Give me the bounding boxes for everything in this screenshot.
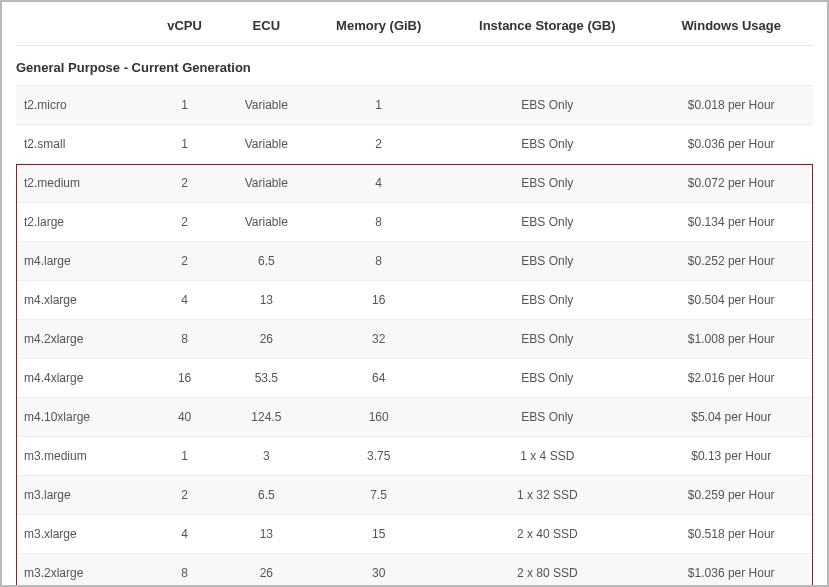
cell-mem: 30 xyxy=(312,554,445,588)
cell-storage: EBS Only xyxy=(445,359,649,398)
cell-storage: EBS Only xyxy=(445,203,649,242)
cell-price: $0.13 per Hour xyxy=(649,437,813,476)
cell-name: t2.micro xyxy=(16,86,149,125)
cell-storage: EBS Only xyxy=(445,86,649,125)
cell-storage: EBS Only xyxy=(445,320,649,359)
cell-vcpu: 1 xyxy=(149,437,221,476)
cell-name: m4.large xyxy=(16,242,149,281)
cell-ecu: 26 xyxy=(220,320,312,359)
cell-ecu: 124.5 xyxy=(220,398,312,437)
cell-name: t2.small xyxy=(16,125,149,164)
header-price: Windows Usage xyxy=(649,12,813,46)
header-vcpu: vCPU xyxy=(149,12,221,46)
cell-price: $1.036 per Hour xyxy=(649,554,813,588)
cell-mem: 8 xyxy=(312,242,445,281)
cell-name: m3.large xyxy=(16,476,149,515)
cell-vcpu: 4 xyxy=(149,281,221,320)
cell-name: t2.large xyxy=(16,203,149,242)
cell-mem: 1 xyxy=(312,86,445,125)
cell-mem: 2 xyxy=(312,125,445,164)
cell-ecu: Variable xyxy=(220,203,312,242)
table-row: m4.xlarge41316EBS Only$0.504 per Hour xyxy=(16,281,813,320)
cell-storage: 1 x 4 SSD xyxy=(445,437,649,476)
cell-ecu: 13 xyxy=(220,281,312,320)
header-ecu: ECU xyxy=(220,12,312,46)
cell-storage: EBS Only xyxy=(445,398,649,437)
cell-price: $0.036 per Hour xyxy=(649,125,813,164)
cell-price: $0.018 per Hour xyxy=(649,86,813,125)
cell-name: m4.xlarge xyxy=(16,281,149,320)
cell-mem: 15 xyxy=(312,515,445,554)
cell-price: $5.04 per Hour xyxy=(649,398,813,437)
cell-ecu: 6.5 xyxy=(220,242,312,281)
cell-mem: 7.5 xyxy=(312,476,445,515)
table-body: General Purpose - Current Generation t2.… xyxy=(16,46,813,588)
table-row: m4.2xlarge82632EBS Only$1.008 per Hour xyxy=(16,320,813,359)
cell-mem: 64 xyxy=(312,359,445,398)
cell-price: $0.252 per Hour xyxy=(649,242,813,281)
cell-vcpu: 8 xyxy=(149,320,221,359)
header-storage: Instance Storage (GB) xyxy=(445,12,649,46)
cell-name: t2.medium xyxy=(16,164,149,203)
cell-storage: EBS Only xyxy=(445,164,649,203)
cell-mem: 160 xyxy=(312,398,445,437)
header-name xyxy=(16,12,149,46)
table-row: m3.xlarge413152 x 40 SSD$0.518 per Hour xyxy=(16,515,813,554)
cell-price: $1.008 per Hour xyxy=(649,320,813,359)
cell-vcpu: 2 xyxy=(149,164,221,203)
cell-name: m4.10xlarge xyxy=(16,398,149,437)
pricing-table: vCPU ECU Memory (GiB) Instance Storage (… xyxy=(16,12,813,587)
table-row: t2.micro1Variable1EBS Only$0.018 per Hou… xyxy=(16,86,813,125)
cell-mem: 8 xyxy=(312,203,445,242)
cell-price: $0.518 per Hour xyxy=(649,515,813,554)
cell-price: $0.072 per Hour xyxy=(649,164,813,203)
cell-vcpu: 2 xyxy=(149,242,221,281)
table-row: m4.10xlarge40124.5160EBS Only$5.04 per H… xyxy=(16,398,813,437)
table-row: m3.medium133.751 x 4 SSD$0.13 per Hour xyxy=(16,437,813,476)
cell-name: m3.2xlarge xyxy=(16,554,149,588)
cell-storage: EBS Only xyxy=(445,242,649,281)
header-row: vCPU ECU Memory (GiB) Instance Storage (… xyxy=(16,12,813,46)
cell-ecu: 53.5 xyxy=(220,359,312,398)
cell-vcpu: 2 xyxy=(149,476,221,515)
table-row: m4.4xlarge1653.564EBS Only$2.016 per Hou… xyxy=(16,359,813,398)
section-title: General Purpose - Current Generation xyxy=(16,46,813,86)
cell-vcpu: 8 xyxy=(149,554,221,588)
cell-ecu: 26 xyxy=(220,554,312,588)
cell-vcpu: 4 xyxy=(149,515,221,554)
cell-ecu: 13 xyxy=(220,515,312,554)
table-row: t2.medium2Variable4EBS Only$0.072 per Ho… xyxy=(16,164,813,203)
cell-price: $0.504 per Hour xyxy=(649,281,813,320)
cell-vcpu: 2 xyxy=(149,203,221,242)
cell-storage: 1 x 32 SSD xyxy=(445,476,649,515)
cell-ecu: 3 xyxy=(220,437,312,476)
cell-price: $0.134 per Hour xyxy=(649,203,813,242)
cell-name: m3.xlarge xyxy=(16,515,149,554)
cell-storage: 2 x 40 SSD xyxy=(445,515,649,554)
table-row: m3.large26.57.51 x 32 SSD$0.259 per Hour xyxy=(16,476,813,515)
cell-price: $2.016 per Hour xyxy=(649,359,813,398)
cell-vcpu: 1 xyxy=(149,125,221,164)
cell-vcpu: 16 xyxy=(149,359,221,398)
cell-price: $0.259 per Hour xyxy=(649,476,813,515)
table-row: t2.small1Variable2EBS Only$0.036 per Hou… xyxy=(16,125,813,164)
pricing-table-wrap: vCPU ECU Memory (GiB) Instance Storage (… xyxy=(16,12,813,587)
table-row: t2.large2Variable8EBS Only$0.134 per Hou… xyxy=(16,203,813,242)
table-row: m4.large26.58EBS Only$0.252 per Hour xyxy=(16,242,813,281)
cell-mem: 3.75 xyxy=(312,437,445,476)
cell-mem: 16 xyxy=(312,281,445,320)
cell-mem: 4 xyxy=(312,164,445,203)
cell-vcpu: 40 xyxy=(149,398,221,437)
header-memory: Memory (GiB) xyxy=(312,12,445,46)
cell-storage: 2 x 80 SSD xyxy=(445,554,649,588)
cell-ecu: Variable xyxy=(220,164,312,203)
table-row: m3.2xlarge826302 x 80 SSD$1.036 per Hour xyxy=(16,554,813,588)
cell-name: m4.2xlarge xyxy=(16,320,149,359)
cell-name: m3.medium xyxy=(16,437,149,476)
cell-ecu: 6.5 xyxy=(220,476,312,515)
cell-ecu: Variable xyxy=(220,125,312,164)
cell-name: m4.4xlarge xyxy=(16,359,149,398)
cell-mem: 32 xyxy=(312,320,445,359)
section-row: General Purpose - Current Generation xyxy=(16,46,813,86)
cell-ecu: Variable xyxy=(220,86,312,125)
